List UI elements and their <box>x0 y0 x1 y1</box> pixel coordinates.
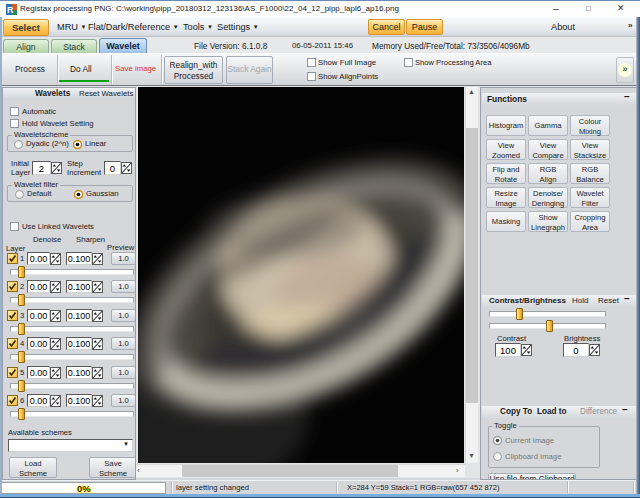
svg-text:R: R <box>7 5 14 15</box>
